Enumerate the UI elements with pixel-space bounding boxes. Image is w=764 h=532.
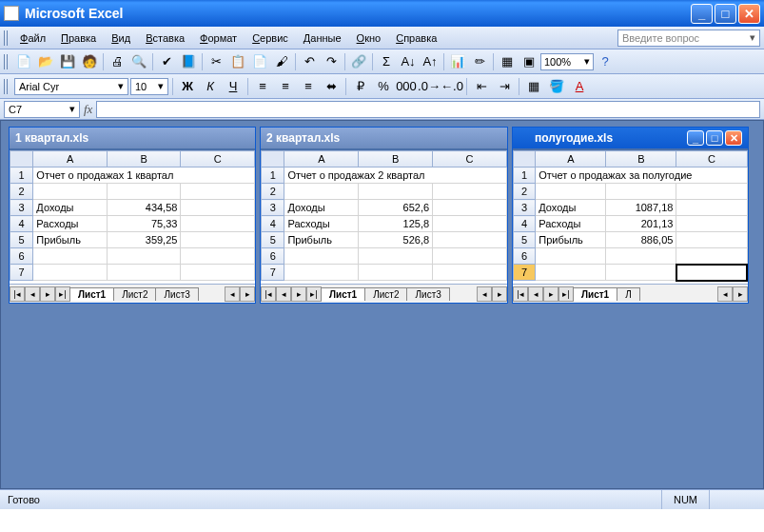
cell[interactable] xyxy=(284,265,359,281)
spelling-button[interactable]: ✔ xyxy=(156,51,177,72)
grip-icon[interactable] xyxy=(4,54,9,69)
col-header[interactable]: A xyxy=(33,151,108,167)
menu-сервис[interactable]: Сервис xyxy=(245,30,296,47)
fx-icon[interactable]: fx xyxy=(84,102,92,117)
currency-button[interactable]: ₽ xyxy=(350,76,371,97)
grip-icon[interactable] xyxy=(4,79,9,94)
cell[interactable]: Прибыль xyxy=(536,232,606,248)
percent-button[interactable]: % xyxy=(373,76,394,97)
chevron-down-icon[interactable]: ▾ xyxy=(158,80,164,92)
help-button[interactable]: ? xyxy=(595,51,616,72)
hyperlink-button[interactable]: 🔗 xyxy=(348,51,369,72)
scroll-left-icon[interactable]: ◂ xyxy=(717,286,733,302)
font-size-combo[interactable]: 10 ▾ xyxy=(130,78,168,95)
cell[interactable] xyxy=(181,200,255,216)
open-button[interactable]: 📂 xyxy=(35,51,56,72)
undo-button[interactable]: ↶ xyxy=(299,51,320,72)
tab-next-icon[interactable]: ▸ xyxy=(40,286,55,302)
row-header[interactable]: 3 xyxy=(10,200,33,216)
minimize-button[interactable]: _ xyxy=(691,4,713,24)
workbook-titlebar[interactable]: 1 квартал.xls xyxy=(10,128,255,148)
align-right-button[interactable]: ≡ xyxy=(298,76,319,97)
col-header[interactable]: B xyxy=(606,151,676,167)
cell[interactable] xyxy=(676,265,747,281)
cell[interactable] xyxy=(536,248,606,265)
cell[interactable]: 75,33 xyxy=(107,216,181,232)
cell[interactable] xyxy=(536,184,606,200)
menu-файл[interactable]: Файл xyxy=(12,30,53,47)
row-header[interactable]: 2 xyxy=(10,184,33,200)
font-color-button[interactable]: A xyxy=(569,76,590,97)
italic-button[interactable]: К xyxy=(200,76,221,97)
cell[interactable]: 201,13 xyxy=(606,216,676,232)
copy-button[interactable]: 📋 xyxy=(227,51,248,72)
cell[interactable] xyxy=(284,184,359,200)
cell[interactable] xyxy=(359,184,433,200)
sheet-tab[interactable]: Лист3 xyxy=(155,287,198,301)
cell[interactable] xyxy=(433,232,507,248)
row-header[interactable]: 5 xyxy=(262,232,284,248)
paste-button[interactable]: 📄 xyxy=(249,51,270,72)
cell[interactable] xyxy=(284,248,359,265)
workbook-window[interactable]: 1 квартал.xlsABC1Отчет о продажах 1 квар… xyxy=(9,127,256,304)
cell[interactable]: 1087,18 xyxy=(606,200,676,216)
row-header[interactable]: 7 xyxy=(10,265,33,281)
maximize-button[interactable]: □ xyxy=(706,130,723,146)
pivottable-button[interactable]: ▦ xyxy=(497,51,518,72)
tab-last-icon[interactable]: ▸| xyxy=(306,286,322,302)
col-header[interactable]: C xyxy=(676,151,747,167)
sheet-tab[interactable]: Лист2 xyxy=(113,287,156,301)
close-button[interactable]: ✕ xyxy=(738,4,760,24)
tab-next-icon[interactable]: ▸ xyxy=(543,286,558,302)
workbook-titlebar[interactable]: 2 квартал.xls xyxy=(261,128,507,148)
row-header[interactable]: 6 xyxy=(10,248,33,265)
row-header[interactable]: 5 xyxy=(514,232,536,248)
bold-button[interactable]: Ж xyxy=(177,76,198,97)
decrease-decimal-button[interactable]: ←.0 xyxy=(441,76,462,97)
menu-вид[interactable]: Вид xyxy=(104,30,138,47)
col-header[interactable]: C xyxy=(433,151,507,167)
format-painter-button[interactable]: 🖌 xyxy=(271,51,292,72)
sheet-tab[interactable]: Лист1 xyxy=(321,287,365,301)
save-button[interactable]: 💾 xyxy=(57,51,78,72)
cell[interactable] xyxy=(181,184,255,200)
chart-button[interactable]: 📊 xyxy=(447,51,468,72)
col-header[interactable]: C xyxy=(181,151,255,167)
underline-button[interactable]: Ч xyxy=(223,76,244,97)
row-header[interactable]: 1 xyxy=(514,167,536,184)
increase-indent-button[interactable]: ⇥ xyxy=(494,76,515,97)
sheet-tab[interactable]: Лист2 xyxy=(364,287,407,301)
cell[interactable]: 434,58 xyxy=(107,200,181,216)
zoom-combo[interactable]: 100% ▾ xyxy=(540,53,594,70)
maximize-button[interactable]: □ xyxy=(715,4,736,24)
window-button[interactable]: ▣ xyxy=(519,51,539,72)
menu-вставка[interactable]: Вставка xyxy=(138,30,192,47)
cell[interactable]: Прибыль xyxy=(284,232,359,248)
cell[interactable]: 359,25 xyxy=(107,232,181,248)
row-header[interactable]: 1 xyxy=(10,167,33,184)
menu-формат[interactable]: Формат xyxy=(192,30,245,47)
row-header[interactable]: 4 xyxy=(10,216,33,232)
chevron-down-icon[interactable]: ▾ xyxy=(584,55,590,68)
sort-asc-button[interactable]: A↓ xyxy=(398,51,419,72)
cell[interactable] xyxy=(676,248,747,265)
drawing-button[interactable]: ✏ xyxy=(469,51,490,72)
align-left-button[interactable]: ≡ xyxy=(252,76,273,97)
cell[interactable] xyxy=(433,265,507,281)
cell[interactable]: Доходы xyxy=(284,200,359,216)
row-header[interactable]: 6 xyxy=(262,248,284,265)
cell[interactable] xyxy=(359,265,433,281)
close-button[interactable]: ✕ xyxy=(725,130,742,146)
cell[interactable]: Отчет о продажах 2 квартал xyxy=(284,167,507,184)
cell[interactable]: 652,6 xyxy=(359,200,433,216)
tab-first-icon[interactable]: |◂ xyxy=(513,286,528,302)
tab-next-icon[interactable]: ▸ xyxy=(291,286,306,302)
menu-окно[interactable]: Окно xyxy=(349,30,389,47)
cell[interactable]: Отчет о продажах за полугодие xyxy=(536,167,747,184)
cell[interactable] xyxy=(359,248,433,265)
cell[interactable]: Отчет о продажах 1 квартал xyxy=(33,167,255,184)
row-header[interactable]: 5 xyxy=(10,232,33,248)
cell[interactable] xyxy=(606,265,676,281)
cell[interactable] xyxy=(33,265,108,281)
increase-decimal-button[interactable]: .0→ xyxy=(419,76,440,97)
